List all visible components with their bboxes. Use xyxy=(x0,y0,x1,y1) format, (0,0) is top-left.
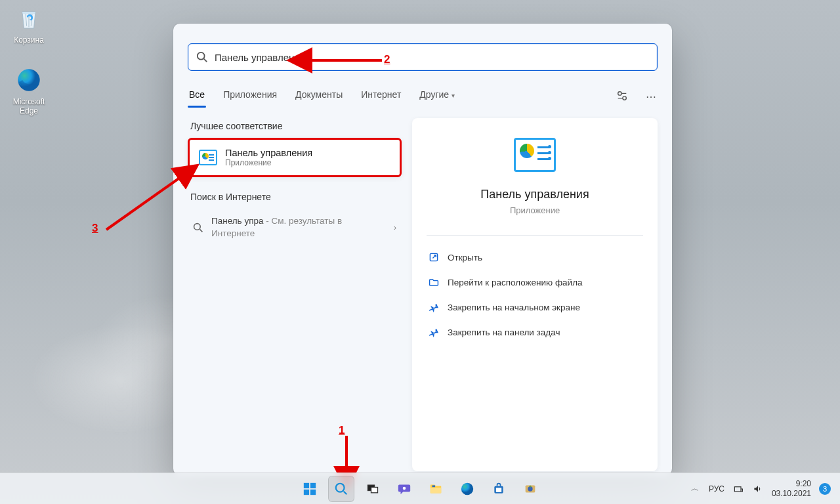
network-icon[interactable] xyxy=(732,483,744,495)
taskbar-store[interactable] xyxy=(486,476,512,502)
more-options-icon[interactable]: ⋯ xyxy=(644,91,658,103)
results-column: Лучшее соответствие Панель управления Пр… xyxy=(188,118,402,471)
svg-rect-14 xyxy=(310,489,316,494)
best-match-result[interactable]: Панель управления Приложение xyxy=(188,138,402,177)
svg-rect-24 xyxy=(496,488,501,492)
desktop-icon-label: Microsoft Edge xyxy=(4,97,54,116)
desktop-icon-recycle-bin[interactable]: Корзина xyxy=(4,4,54,45)
svg-point-5 xyxy=(194,223,201,230)
language-indicator[interactable]: РУС xyxy=(709,484,724,494)
search-icon xyxy=(193,222,203,233)
web-search-header: Поиск в Интернете xyxy=(190,192,402,202)
svg-point-3 xyxy=(618,91,621,94)
action-open[interactable]: Открыть xyxy=(427,245,643,270)
control-panel-icon-large xyxy=(514,138,556,172)
pin-icon xyxy=(428,326,440,338)
best-match-header: Лучшее соответствие xyxy=(190,121,402,131)
action-label: Закрепить на начальном экране xyxy=(448,303,580,312)
taskbar-right: ︿ РУС 9:20 03.10.2021 3 xyxy=(689,479,840,498)
svg-line-2 xyxy=(204,59,207,62)
taskbar-task-view[interactable] xyxy=(360,476,386,502)
tab-label: Документы xyxy=(295,89,343,100)
svg-line-9 xyxy=(106,176,182,230)
folder-icon xyxy=(428,276,440,288)
svg-point-19 xyxy=(403,486,406,490)
tab-label: Другие xyxy=(419,89,449,100)
action-pin-taskbar[interactable]: Закрепить на панели задач xyxy=(427,320,643,345)
svg-rect-21 xyxy=(432,485,436,487)
svg-point-4 xyxy=(623,96,626,99)
taskbar-file-explorer[interactable] xyxy=(423,476,449,502)
tab-all[interactable]: Все xyxy=(188,85,206,108)
clock-date: 03.10.2021 xyxy=(772,489,811,498)
svg-rect-27 xyxy=(734,486,741,491)
web-search-result[interactable]: Панель упра - См. результаты в Интернете… xyxy=(188,209,402,247)
svg-rect-20 xyxy=(430,488,442,493)
tab-label: Приложения xyxy=(223,89,277,100)
svg-point-15 xyxy=(336,483,345,492)
desktop-icon-edge[interactable]: Microsoft Edge xyxy=(4,66,54,116)
taskbar-center xyxy=(297,476,543,502)
search-tabs: Все Приложения Документы Интернет Другие… xyxy=(188,85,658,108)
tab-documents[interactable]: Документы xyxy=(294,85,344,108)
search-settings-icon[interactable] xyxy=(616,90,629,104)
action-pin-start[interactable]: Закрепить на начальном экране xyxy=(427,295,643,320)
best-match-title: Панель управления xyxy=(225,148,312,158)
chevron-right-icon: › xyxy=(394,223,396,232)
search-box[interactable] xyxy=(188,43,658,71)
recycle-bin-icon xyxy=(14,4,43,33)
search-panel: Все Приложения Документы Интернет Другие… xyxy=(173,24,672,475)
preview-pane: Панель управления Приложение Открыть Пер… xyxy=(412,118,658,471)
volume-icon[interactable] xyxy=(752,483,764,495)
clock-time: 9:20 xyxy=(772,479,811,488)
tab-apps[interactable]: Приложения xyxy=(222,85,278,108)
search-icon xyxy=(196,51,208,63)
desktop-icon-label: Корзина xyxy=(4,35,54,45)
control-panel-icon xyxy=(199,150,217,165)
taskbar-chat[interactable] xyxy=(391,476,417,502)
tab-label: Интернет xyxy=(361,89,401,100)
tab-web[interactable]: Интернет xyxy=(360,85,402,108)
taskbar: ︿ РУС 9:20 03.10.2021 3 xyxy=(0,472,840,504)
svg-point-0 xyxy=(18,69,39,91)
search-input[interactable] xyxy=(215,52,649,63)
best-match-subtitle: Приложение xyxy=(225,158,312,167)
svg-point-1 xyxy=(198,52,205,60)
action-open-file-location[interactable]: Перейти к расположению файла xyxy=(427,270,643,295)
svg-rect-18 xyxy=(371,487,378,492)
chevron-down-icon: ▾ xyxy=(452,92,455,99)
clock[interactable]: 9:20 03.10.2021 xyxy=(772,479,811,498)
action-label: Перейти к расположению файла xyxy=(448,278,583,287)
tab-label: Все xyxy=(189,89,205,100)
divider xyxy=(427,235,643,236)
svg-line-16 xyxy=(344,491,347,494)
pin-icon xyxy=(428,301,440,313)
taskbar-app[interactable] xyxy=(517,476,543,502)
annotation-number-3: 3 xyxy=(92,222,98,235)
notification-badge[interactable]: 3 xyxy=(819,483,831,495)
annotation-number-1: 1 xyxy=(339,424,345,437)
web-result-text: Панель упра - См. результаты в Интернете xyxy=(211,215,386,240)
preview-title: Панель управления xyxy=(427,188,643,201)
annotation-number-2: 2 xyxy=(384,53,390,66)
preview-subtitle: Приложение xyxy=(427,205,643,215)
svg-rect-13 xyxy=(304,489,309,494)
svg-line-6 xyxy=(200,229,202,232)
svg-rect-12 xyxy=(310,482,316,488)
edge-icon xyxy=(14,66,43,94)
taskbar-edge[interactable] xyxy=(454,476,480,502)
start-button[interactable] xyxy=(297,476,323,502)
svg-rect-11 xyxy=(304,482,309,488)
tab-more[interactable]: Другие▾ xyxy=(418,85,456,108)
svg-point-22 xyxy=(461,482,473,494)
taskbar-search-button[interactable] xyxy=(328,476,354,502)
open-icon xyxy=(428,251,440,263)
tray-chevron-up-icon[interactable]: ︿ xyxy=(689,483,701,495)
action-label: Закрепить на панели задач xyxy=(448,327,560,337)
action-label: Открыть xyxy=(448,253,482,262)
